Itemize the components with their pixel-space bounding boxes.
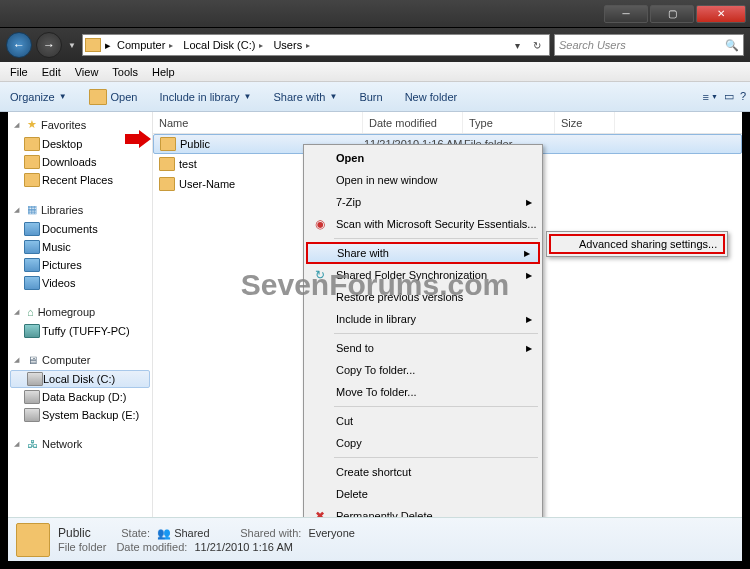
libraries-icon: ▦ bbox=[27, 203, 37, 216]
forward-button[interactable]: → bbox=[36, 32, 62, 58]
ctx-create-shortcut[interactable]: Create shortcut bbox=[306, 461, 540, 483]
details-pane: Public State: 👥 Shared Shared with: Ever… bbox=[8, 517, 742, 561]
folder-icon bbox=[159, 177, 175, 191]
ctx-scan[interactable]: ◉Scan with Microsoft Security Essentials… bbox=[306, 213, 540, 235]
sidebar-homegroup[interactable]: ⌂Homegroup bbox=[8, 302, 152, 322]
network-icon: 🖧 bbox=[27, 438, 38, 450]
column-size[interactable]: Size bbox=[555, 112, 615, 133]
share-with-button[interactable]: Share with▼ bbox=[268, 87, 344, 107]
ctx-advanced-sharing[interactable]: Advanced sharing settings... bbox=[549, 234, 725, 254]
ctx-7zip[interactable]: 7-Zip▶ bbox=[306, 191, 540, 213]
sidebar-item-tuffy[interactable]: Tuffy (TUFFY-PC) bbox=[8, 322, 152, 340]
status-type: File folder bbox=[58, 541, 106, 553]
breadcrumb[interactable]: Users▸ bbox=[269, 35, 314, 55]
address-dropdown[interactable]: ▾ bbox=[507, 40, 527, 51]
sidebar-item-system-backup-e[interactable]: System Backup (E:) bbox=[8, 406, 152, 424]
menu-file[interactable]: File bbox=[4, 64, 34, 80]
ctx-shared-folder-sync[interactable]: ↻Shared Folder Synchronization▶ bbox=[306, 264, 540, 286]
nav-bar: ← → ▼ ▸ Computer▸ Local Disk (C:)▸ Users… bbox=[0, 28, 750, 62]
nav-history-dropdown[interactable]: ▼ bbox=[66, 41, 78, 50]
search-input[interactable]: Search Users 🔍 bbox=[554, 34, 744, 56]
status-name: Public bbox=[58, 526, 91, 540]
sidebar-item-music[interactable]: Music bbox=[8, 238, 152, 256]
search-placeholder: Search Users bbox=[559, 39, 626, 51]
title-bar: ─ ▢ ✕ bbox=[0, 0, 750, 28]
chevron-right-icon[interactable]: ▸ bbox=[105, 39, 111, 52]
ctx-open[interactable]: Open bbox=[306, 147, 540, 169]
ctx-restore[interactable]: Restore previous versions bbox=[306, 286, 540, 308]
include-library-button[interactable]: Include in library▼ bbox=[153, 87, 257, 107]
back-button[interactable]: ← bbox=[6, 32, 32, 58]
status-shared: Everyone bbox=[308, 527, 354, 539]
burn-button[interactable]: Burn bbox=[353, 87, 388, 107]
highlight-arrow-icon bbox=[125, 130, 151, 148]
ctx-send-to[interactable]: Send to▶ bbox=[306, 337, 540, 359]
people-icon: 👥 bbox=[157, 527, 171, 539]
sidebar-computer[interactable]: 🖥Computer bbox=[8, 350, 152, 370]
status-state: Shared bbox=[174, 527, 209, 539]
menu-edit[interactable]: Edit bbox=[36, 64, 67, 80]
sidebar-item-recent[interactable]: Recent Places bbox=[8, 171, 152, 189]
menu-bar: File Edit View Tools Help bbox=[0, 62, 750, 82]
ctx-copy[interactable]: Copy bbox=[306, 432, 540, 454]
computer-icon: 🖥 bbox=[27, 354, 38, 366]
maximize-button[interactable]: ▢ bbox=[650, 5, 694, 23]
sidebar-libraries[interactable]: ▦Libraries bbox=[8, 199, 152, 220]
refresh-button[interactable]: ↻ bbox=[527, 40, 547, 51]
column-name[interactable]: Name bbox=[153, 112, 363, 133]
status-date: 11/21/2010 1:16 AM bbox=[194, 541, 292, 553]
status-shared-label: Shared with: bbox=[240, 527, 301, 539]
sidebar-item-data-backup-d[interactable]: Data Backup (D:) bbox=[8, 388, 152, 406]
file-list: Name Date modified Type Size Public 11/2… bbox=[153, 112, 742, 517]
search-icon: 🔍 bbox=[725, 39, 739, 52]
folder-icon bbox=[85, 38, 101, 52]
menu-help[interactable]: Help bbox=[146, 64, 181, 80]
context-menu: Open Open in new window 7-Zip▶ ◉Scan wit… bbox=[303, 144, 543, 559]
sidebar-network[interactable]: 🖧Network bbox=[8, 434, 152, 454]
menu-view[interactable]: View bbox=[69, 64, 105, 80]
column-date[interactable]: Date modified bbox=[363, 112, 463, 133]
sidebar-item-videos[interactable]: Videos bbox=[8, 274, 152, 292]
status-state-label: State: bbox=[121, 527, 150, 539]
star-icon: ★ bbox=[27, 118, 37, 131]
menu-tools[interactable]: Tools bbox=[106, 64, 144, 80]
svg-marker-0 bbox=[125, 130, 151, 148]
address-bar[interactable]: ▸ Computer▸ Local Disk (C:)▸ Users▸ ▾ ↻ bbox=[82, 34, 550, 56]
sidebar-item-local-disk-c[interactable]: Local Disk (C:) bbox=[10, 370, 150, 388]
folder-icon bbox=[159, 157, 175, 171]
navigation-pane: ★Favorites Desktop Downloads Recent Plac… bbox=[8, 112, 153, 517]
sidebar-item-pictures[interactable]: Pictures bbox=[8, 256, 152, 274]
new-folder-button[interactable]: New folder bbox=[399, 87, 464, 107]
folder-icon bbox=[160, 137, 176, 151]
shield-icon: ◉ bbox=[312, 216, 328, 232]
sync-icon: ↻ bbox=[312, 267, 328, 283]
view-options-button[interactable]: ≡▼ bbox=[703, 90, 718, 103]
share-submenu: Advanced sharing settings... bbox=[546, 231, 728, 257]
close-button[interactable]: ✕ bbox=[696, 5, 746, 23]
breadcrumb[interactable]: Local Disk (C:)▸ bbox=[179, 35, 267, 55]
content-area: ★Favorites Desktop Downloads Recent Plac… bbox=[8, 112, 742, 517]
ctx-delete[interactable]: Delete bbox=[306, 483, 540, 505]
ctx-open-new-window[interactable]: Open in new window bbox=[306, 169, 540, 191]
column-type[interactable]: Type bbox=[463, 112, 555, 133]
preview-pane-button[interactable]: ▭ bbox=[724, 90, 734, 103]
ctx-share-with[interactable]: Share with▶ bbox=[306, 242, 540, 264]
status-date-label: Date modified: bbox=[116, 541, 187, 553]
open-button[interactable]: Open bbox=[83, 85, 144, 109]
ctx-cut[interactable]: Cut bbox=[306, 410, 540, 432]
column-headers: Name Date modified Type Size bbox=[153, 112, 742, 134]
help-button[interactable]: ? bbox=[740, 90, 746, 103]
organize-button[interactable]: Organize▼ bbox=[4, 87, 73, 107]
breadcrumb[interactable]: Computer▸ bbox=[113, 35, 177, 55]
sidebar-item-documents[interactable]: Documents bbox=[8, 220, 152, 238]
toolbar: Organize▼ Open Include in library▼ Share… bbox=[0, 82, 750, 112]
ctx-include-library[interactable]: Include in library▶ bbox=[306, 308, 540, 330]
homegroup-icon: ⌂ bbox=[27, 306, 34, 318]
minimize-button[interactable]: ─ bbox=[604, 5, 648, 23]
ctx-move-to[interactable]: Move To folder... bbox=[306, 381, 540, 403]
folder-icon bbox=[16, 523, 50, 557]
sidebar-item-downloads[interactable]: Downloads bbox=[8, 153, 152, 171]
ctx-copy-to[interactable]: Copy To folder... bbox=[306, 359, 540, 381]
